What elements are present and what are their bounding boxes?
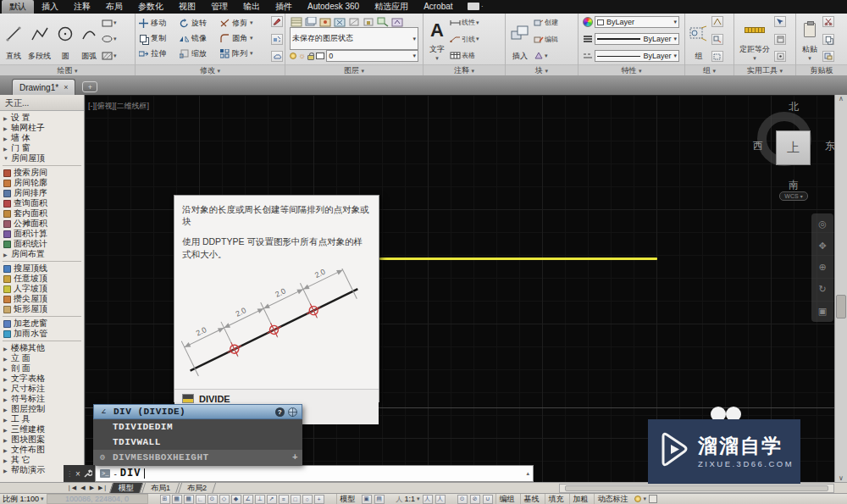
linetype-dropdown[interactable]: ByLayer▾ xyxy=(595,50,679,62)
ribbon-tab-11[interactable]: 精选应用 xyxy=(367,0,416,14)
showmotion-icon[interactable]: ▣ xyxy=(818,306,827,317)
zoom-icon[interactable]: ⊕ xyxy=(818,262,826,273)
unlock-icon[interactable]: ⊘ xyxy=(470,495,480,504)
ribbon-tab-5[interactable]: 参数化 xyxy=(130,0,171,14)
layer-on-icon[interactable] xyxy=(290,53,296,59)
lineweight-icon[interactable] xyxy=(583,35,593,43)
group-select-button[interactable] xyxy=(711,51,723,62)
leader-button[interactable]: 引线 ▾ xyxy=(450,33,502,46)
panel-label-properties[interactable]: 特性 ▾ xyxy=(579,64,684,75)
scrollbar-thumb[interactable] xyxy=(836,295,846,318)
command-expand-icon[interactable]: ▴ xyxy=(526,470,529,477)
snap-mode-icon[interactable]: ▦ xyxy=(172,495,182,504)
window-panel-caret-icon[interactable]: · xyxy=(481,0,484,14)
selection-cycling-icon[interactable]: + xyxy=(314,495,324,504)
viewcube-top-face[interactable]: 上 xyxy=(776,130,811,165)
array-button[interactable]: 阵列▾ xyxy=(219,48,267,59)
table-button[interactable]: 表格 xyxy=(450,49,502,62)
ribbon-tab-7[interactable]: 管理 xyxy=(203,0,235,14)
close-icon[interactable]: × xyxy=(64,83,68,91)
stretch-button[interactable]: 拉伸 xyxy=(138,48,179,59)
lineweight-dropdown[interactable]: ByLayer▾ xyxy=(595,33,679,45)
dynamic-input-icon[interactable]: ↗ xyxy=(267,495,277,504)
compass-south[interactable]: 南 xyxy=(789,178,799,192)
explode-button[interactable] xyxy=(271,34,283,45)
layer-properties-icon[interactable] xyxy=(290,16,302,27)
window-panel-icon[interactable] xyxy=(468,3,479,10)
prev-tab-icon[interactable]: ◀ xyxy=(79,485,86,491)
drawing-quickview-icon[interactable]: ▤ xyxy=(374,495,385,504)
ribbon-tab-2[interactable]: 插入 xyxy=(34,0,66,14)
fillet-button[interactable]: 圆角▾ xyxy=(219,33,267,44)
palette-title[interactable]: 天正... xyxy=(0,95,84,111)
status-menu-caret-icon[interactable]: ▾ xyxy=(644,496,647,502)
ribbon-tab-6[interactable]: 视图 xyxy=(171,0,203,14)
isolate-objects-icon[interactable]: ∪ xyxy=(483,495,493,504)
layout-tab-3[interactable]: 布局2 xyxy=(178,483,216,494)
annotation-scale-control[interactable]: 人1:1▾ xyxy=(396,495,420,504)
palette-item[interactable]: 矩形屋顶 xyxy=(0,304,84,314)
layer-match-icon[interactable] xyxy=(376,16,389,27)
ribbon-tab-4[interactable]: 布局 xyxy=(98,0,130,14)
ribbon-tab-9[interactable]: 插件 xyxy=(268,0,300,14)
ellipse-button[interactable]: ▾ xyxy=(102,33,117,46)
view-compass[interactable]: 上 北 南 西 东 WCS▾ xyxy=(754,102,832,202)
current-layer-dropdown[interactable]: 0▾ xyxy=(326,50,418,62)
rectangle-button[interactable]: ▾ xyxy=(102,16,117,29)
close-command-icon[interactable]: × xyxy=(75,469,80,479)
ungroup-button[interactable] xyxy=(711,16,723,27)
vertical-scrollbar[interactable]: ∧ ∨ xyxy=(834,95,847,482)
panel-label-draw[interactable]: 绘图 ▾ xyxy=(0,64,135,75)
layer-unlock-icon[interactable] xyxy=(307,55,314,60)
linear-dim-button[interactable]: 线性 ▾ xyxy=(450,16,502,29)
wcs-menu[interactable]: WCS▾ xyxy=(779,191,808,201)
ribbon-tab-10[interactable]: Autodesk 360 xyxy=(300,0,367,14)
palette-item[interactable]: 加雨水管 xyxy=(0,329,84,339)
toggle-基线[interactable]: 基线 xyxy=(520,494,543,504)
layer-states-icon[interactable] xyxy=(304,16,317,27)
group-button[interactable]: 组 xyxy=(688,15,710,63)
viewport-label[interactable]: [-][俯视][二维线框] xyxy=(88,101,149,112)
customize-wrench-icon[interactable] xyxy=(83,469,92,479)
edit-block-button[interactable]: 编辑 xyxy=(534,33,575,46)
model-space-button[interactable]: 模型 xyxy=(336,494,359,504)
scale-control[interactable]: 比例 1:100▾ xyxy=(3,494,44,504)
layer-off-icon[interactable] xyxy=(347,16,360,27)
next-tab-icon[interactable]: ▶ xyxy=(88,485,96,491)
compass-west[interactable]: 西 xyxy=(753,139,763,153)
circle-button[interactable]: 圆 xyxy=(54,15,76,63)
panel-label-clipboard[interactable]: 剪贴板 xyxy=(796,64,847,75)
palette-item[interactable]: ▶房间布置 xyxy=(0,249,84,259)
layer-color-swatch[interactable] xyxy=(316,53,324,59)
ribbon-tab-8[interactable]: 输出 xyxy=(235,0,268,14)
revision-cloud-button[interactable] xyxy=(271,51,283,62)
autoscale-icon[interactable]: 人 xyxy=(435,495,446,504)
layout-tab-2[interactable]: 布局1 xyxy=(141,483,180,494)
layer-state-dropdown[interactable]: 未保存的图层状态▾ xyxy=(290,27,418,50)
panel-label-modify[interactable]: 修改 ▾ xyxy=(136,64,285,75)
linetype-icon[interactable] xyxy=(583,52,593,60)
layer-isolate-icon[interactable] xyxy=(318,16,331,27)
object-color-dropdown[interactable]: ByLayer▾ xyxy=(595,16,679,28)
quick-calc-button[interactable] xyxy=(774,34,786,45)
toggle-填充[interactable]: 填充 xyxy=(545,494,567,504)
navigation-bar[interactable]: ◎ ✥ ⊕ ↻ ▣ xyxy=(811,213,833,322)
cut-button[interactable] xyxy=(822,16,834,27)
autocomplete-item[interactable]: TDIVIDEDIM xyxy=(93,419,302,435)
arc-button[interactable]: 圆弧 xyxy=(78,15,100,63)
command-input[interactable]: >_ - DIV ▴ xyxy=(95,465,534,482)
clean-screen-button[interactable] xyxy=(649,495,657,503)
hardware-accel-bulb-icon[interactable] xyxy=(634,496,641,502)
3d-object-snap-icon[interactable]: ◆ xyxy=(231,495,241,504)
horizontal-scrollbar[interactable] xyxy=(559,484,834,493)
copy-clip-button[interactable] xyxy=(822,34,834,45)
scroll-up-icon[interactable]: ∧ xyxy=(839,95,844,102)
coordinates-display[interactable]: 100086, 224804, 0 xyxy=(47,494,148,504)
internet-search-icon[interactable] xyxy=(288,407,297,417)
hatch-button[interactable]: ▾ xyxy=(102,49,117,62)
rotate-button[interactable]: 旋转 xyxy=(179,18,219,29)
scale-button[interactable]: 缩放 xyxy=(179,48,219,59)
help-icon[interactable]: ? xyxy=(275,407,285,417)
scroll-down-icon[interactable]: ∨ xyxy=(839,474,844,482)
toggle-动态标注[interactable]: 动态标注 xyxy=(594,494,632,504)
